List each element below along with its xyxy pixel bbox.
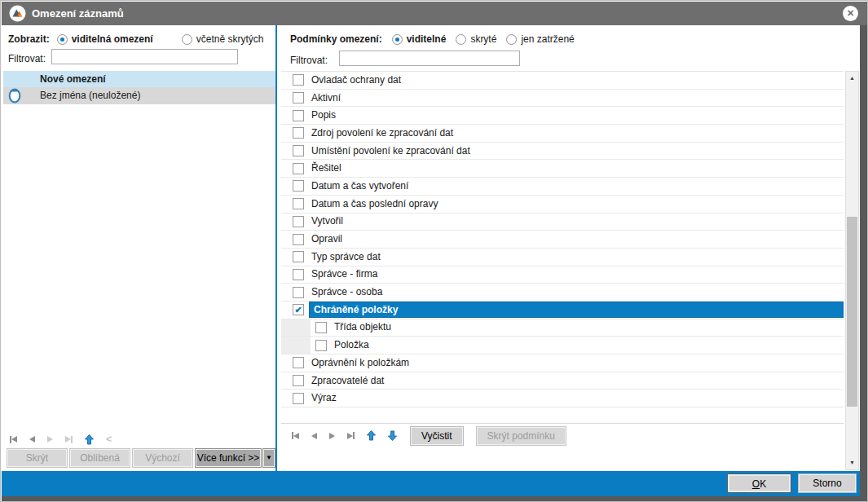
condition-label: Vytvořil [304,213,844,230]
condition-row[interactable]: Zdroj povolení ke zpracování dat [281,125,844,143]
collapse-icon[interactable]: < [106,434,112,445]
child-indent-gutter [281,337,311,354]
panel-splitter[interactable] [275,25,277,471]
first-record-icon[interactable] [10,434,17,445]
condition-label: Třída objektu [327,319,844,336]
radio-including-hidden[interactable]: včetně skrytých [182,33,264,45]
previous-record-icon[interactable] [29,434,35,445]
condition-checkbox[interactable] [293,92,304,103]
scroll-up-icon[interactable]: ▲ [846,72,858,85]
condition-label: Umístění povolení ke zpracování dat [304,143,844,160]
restrictions-list: Nové omezení Bez jména (neuložené) [3,71,275,431]
condition-row[interactable]: Umístění povolení ke zpracování dat [281,143,844,161]
condition-row[interactable]: Vytvořil [281,214,844,231]
radio-icon [456,34,466,45]
condition-row[interactable]: Oprávnění k položkám [281,354,844,372]
close-icon[interactable]: ✕ [843,6,858,21]
condition-row[interactable]: ✔Chráněné položky [281,302,844,319]
conditions-filter-input[interactable] [339,51,520,66]
condition-label: Zdroj povolení ke zpracování dat [304,125,844,142]
radio-visible-conditions[interactable]: viditelné [392,33,447,45]
condition-row[interactable]: Správce - firma [281,266,844,284]
radio-hidden-conditions[interactable]: skryté [456,33,496,45]
radio-visible-restrictions[interactable]: viditelná omezení [57,33,153,45]
restrictions-buttons-bar: Skrýt Oblíbená Výchozí Více funkcí >> ▼ [3,449,275,468]
condition-checkbox[interactable] [293,375,304,386]
condition-row[interactable]: Popis [281,107,844,125]
checkmark-icon: ✔ [294,305,302,315]
next-record-icon[interactable] [47,434,53,445]
move-down-icon[interactable] [388,430,397,442]
condition-row[interactable]: Třída objektu [281,319,844,337]
condition-checkbox[interactable] [293,269,304,280]
condition-checkbox[interactable] [293,357,304,368]
move-up-icon[interactable] [85,434,94,445]
condition-label: Opravil [304,231,844,248]
restrictions-panel: Zobrazit: viditelná omezení včetně skryt… [3,25,275,471]
next-record-icon[interactable] [329,430,335,442]
condition-checkbox[interactable] [293,127,304,139]
condition-checkbox[interactable] [293,287,304,298]
condition-label: Ovladač ochrany dat [304,72,844,89]
condition-row[interactable]: Opravil [281,231,844,249]
conditions-toolbar: Vyčistit Skrýt podmínku [281,423,844,447]
restrictions-filter-input[interactable] [51,49,238,64]
radio-checked-only-conditions[interactable]: jen zatržené [506,33,574,45]
condition-checkbox[interactable] [293,198,304,209]
restrictions-list-header: Nové omezení [3,71,275,87]
condition-row[interactable]: Datum a čas poslední opravy [281,196,844,214]
last-record-icon[interactable] [65,434,73,445]
last-record-icon[interactable] [347,430,355,442]
hide-button[interactable]: Skrýt [7,449,67,467]
conditions-list: Ovladač ochrany datAktivníPopisZdroj pov… [281,71,844,423]
condition-row[interactable]: Položka [281,337,844,354]
condition-checkbox[interactable] [293,216,304,227]
condition-row[interactable]: Datum a čas vytvoření [281,178,844,196]
app-logo-icon [9,5,26,22]
restriction-list-item[interactable]: Bez jména (neuložené) [3,87,275,104]
condition-label: Položka [327,337,844,354]
clear-button[interactable]: Vyčistit [411,427,463,445]
condition-checkbox[interactable] [293,110,304,121]
condition-checkbox[interactable] [293,163,304,174]
conditions-nav-toolbar [292,430,397,442]
scroll-down-icon[interactable]: ▼ [846,456,858,469]
restriction-item-label: Bez jména (neuložené) [40,90,140,101]
condition-checkbox[interactable] [293,251,304,262]
cancel-button[interactable]: Storno [799,474,856,492]
condition-row[interactable]: Správce - osoba [281,284,844,302]
move-up-icon[interactable] [367,430,376,442]
more-functions-dropdown-icon[interactable]: ▼ [263,449,275,467]
condition-checkbox[interactable] [315,340,327,351]
default-button[interactable]: Výchozí [133,449,192,467]
condition-checkbox[interactable] [293,234,304,245]
condition-checkbox[interactable] [293,145,304,156]
scrollbar-thumb[interactable] [847,217,857,407]
more-functions-button[interactable]: Více funkcí >> [196,449,261,467]
condition-checkbox[interactable] [293,393,304,404]
condition-row[interactable]: Aktivní [281,90,844,108]
filter-label: Filtrovat: [8,53,46,64]
condition-row[interactable]: Výraz [281,390,844,407]
restriction-record-icon [8,88,21,109]
conditions-scrollbar[interactable]: ▲ ▼ [845,71,859,470]
dialog-bottom-border [2,496,868,501]
favorite-button[interactable]: Oblíbená [70,449,130,467]
first-record-icon[interactable] [292,430,299,442]
condition-row[interactable]: Zpracovatelé dat [281,372,844,390]
condition-row[interactable]: Řešitel [281,160,844,178]
condition-checkbox[interactable] [293,180,304,192]
condition-label: Typ správce dat [304,249,844,266]
condition-row[interactable]: Typ správce dat [281,249,844,266]
titlebar[interactable]: Omezení záznamů ✕ [2,2,867,25]
ok-button[interactable]: OK [728,474,791,492]
condition-label: Správce - firma [304,266,844,283]
condition-checkbox[interactable]: ✔ [293,304,304,315]
previous-record-icon[interactable] [311,430,317,442]
condition-checkbox[interactable] [293,74,304,86]
show-label: Zobrazit: [8,33,50,45]
condition-row[interactable]: Ovladač ochrany dat [281,72,844,90]
condition-label: Aktivní [304,90,844,107]
condition-checkbox[interactable] [315,322,327,333]
hide-condition-button[interactable]: Skrýt podmínku [477,427,566,445]
